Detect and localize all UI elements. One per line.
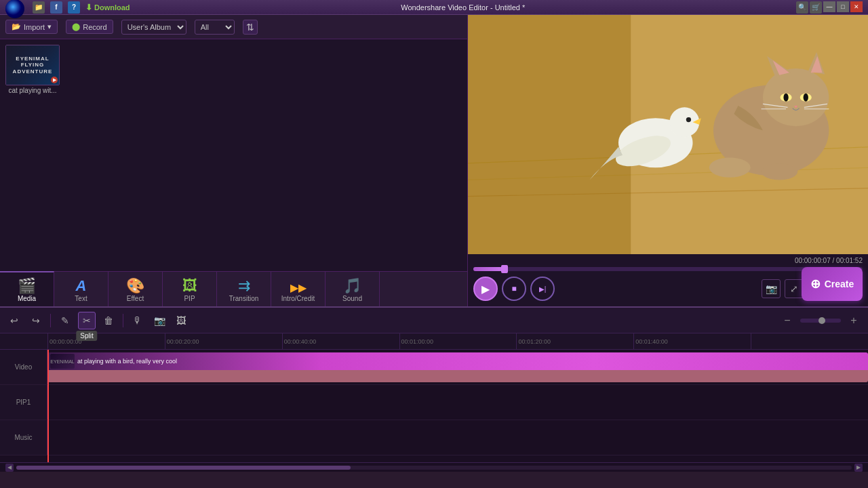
record-voiceover-button[interactable]: 🎙 bbox=[129, 312, 146, 329]
titlebar-left: 📁 f ? ⬇ Download bbox=[5, 0, 130, 17]
import-icon: 📂 bbox=[12, 22, 21, 31]
clip-top: EYENIMAL at playing with a bird, really … bbox=[47, 352, 868, 370]
edit-toolbar: ↩ ↪ ✎ ✂ Split 🗑 🎙 📷 � bbox=[0, 308, 868, 333]
timeline-ruler: 00:00:00:00 00:00:20:00 00:00:40:00 00:0… bbox=[0, 333, 868, 350]
ruler-mark-4: 00:01:20:00 bbox=[516, 333, 633, 349]
music-track-label: Music bbox=[0, 420, 47, 455]
undo-button[interactable]: ↩ bbox=[5, 312, 23, 329]
video-badge: ▶ bbox=[51, 77, 58, 83]
music-track-content[interactable] bbox=[47, 420, 868, 455]
snapshot-timeline-wrap: 📷 bbox=[151, 312, 168, 329]
pip1-track-content[interactable] bbox=[47, 385, 868, 420]
split-button[interactable]: ✂ bbox=[78, 312, 96, 329]
next-frame-button[interactable]: ▶| bbox=[530, 277, 555, 301]
tab-media[interactable]: 🎬 Media bbox=[0, 271, 54, 306]
seek-thumb[interactable] bbox=[501, 265, 508, 273]
fullscreen-button[interactable]: ⤢ bbox=[785, 279, 804, 298]
zoom-thumb[interactable] bbox=[818, 317, 825, 324]
split-tooltip: Split bbox=[76, 331, 97, 341]
snapshot-timeline-button[interactable]: 📷 bbox=[151, 312, 168, 329]
ruler-mark-2: 00:00:40:00 bbox=[282, 333, 399, 349]
ruler-mark-3: 00:01:00:00 bbox=[399, 333, 517, 349]
pip1-track-row: PIP1 bbox=[0, 385, 868, 420]
delete-button[interactable]: 🗑 bbox=[100, 312, 117, 329]
media-thumbnail: EYENIMALFLYING ADVENTURE ▶ bbox=[5, 45, 60, 85]
video-track-row: Video EYENIMAL at playing with a bird, r… bbox=[0, 350, 868, 385]
video-track-label: Video bbox=[0, 350, 47, 384]
tab-text[interactable]: A Text bbox=[54, 271, 108, 306]
tracks-container: Video EYENIMAL at playing with a bird, r… bbox=[0, 350, 868, 462]
album-select[interactable]: User's AlbumAll VideosAll Photos bbox=[121, 20, 186, 35]
timeline-scrollbar: ◀ ▶ bbox=[0, 462, 868, 472]
upper-section: 📂 Import ▾ ⬤ Record User's AlbumAll Vide… bbox=[0, 15, 868, 306]
close-button[interactable]: ✕ bbox=[850, 1, 863, 12]
record-button[interactable]: ⬤ Record bbox=[66, 20, 113, 34]
minimize-button[interactable]: — bbox=[823, 1, 835, 12]
pip-tab-icon: 🖼 bbox=[182, 279, 197, 293]
facebook-icon[interactable]: f bbox=[50, 1, 62, 14]
stop-button[interactable]: ■ bbox=[502, 277, 526, 301]
scroll-track[interactable] bbox=[16, 466, 852, 470]
media-tab-icon: 🎬 bbox=[18, 279, 36, 293]
svg-point-19 bbox=[709, 158, 751, 178]
redo-button[interactable]: ↪ bbox=[27, 312, 45, 329]
titlebar: 📁 f ? ⬇ Download Wondershare Video Edito… bbox=[0, 0, 868, 15]
search-icon[interactable]: 🔍 bbox=[796, 1, 808, 14]
split-wrap: ✂ Split bbox=[78, 312, 96, 329]
app-title: Wondershare Video Editor - Untitled * bbox=[130, 3, 796, 12]
svg-point-20 bbox=[762, 163, 798, 180]
snapshot-button[interactable]: 📷 bbox=[762, 279, 781, 298]
media-item[interactable]: EYENIMALFLYING ADVENTURE ▶ cat playing w… bbox=[5, 45, 60, 94]
app-logo bbox=[5, 0, 24, 18]
scroll-right-button[interactable]: ▶ bbox=[854, 464, 863, 472]
sticker-button[interactable]: 🖼 bbox=[172, 312, 190, 329]
zoom-out-button[interactable]: − bbox=[778, 312, 796, 329]
tab-transition[interactable]: ⇉ Transition bbox=[217, 271, 271, 306]
window-controls: 🔍 🛒 — □ ✕ bbox=[796, 1, 863, 14]
scroll-left-button[interactable]: ◀ bbox=[5, 464, 14, 472]
tab-effect[interactable]: 🎨 Effect bbox=[108, 271, 163, 306]
ruler-marks: 00:00:00:00 00:00:20:00 00:00:40:00 00:0… bbox=[47, 333, 868, 349]
tab-sound[interactable]: 🎵 Sound bbox=[326, 271, 380, 306]
separator-1 bbox=[50, 314, 51, 327]
help-icon[interactable]: ? bbox=[68, 1, 80, 14]
right-panel: 00:00:00:07 / 00:01:52 ▶ ■ ▶| 📷 ⤢ bbox=[468, 15, 868, 306]
undo-wrap: ↩ bbox=[5, 312, 23, 329]
play-button[interactable]: ▶ bbox=[473, 277, 498, 301]
svg-rect-4 bbox=[468, 15, 631, 254]
edit-button[interactable]: ✎ bbox=[56, 312, 74, 329]
video-content-svg bbox=[468, 15, 868, 254]
seek-bar-fill bbox=[473, 267, 505, 271]
maximize-button[interactable]: □ bbox=[837, 1, 849, 12]
sort-button[interactable]: ⇅ bbox=[243, 20, 258, 35]
scroll-thumb[interactable] bbox=[16, 466, 351, 470]
pip1-track-label: PIP1 bbox=[0, 385, 47, 420]
video-clip[interactable]: EYENIMAL at playing with a bird, really … bbox=[47, 352, 868, 382]
time-display: 00:00:00:07 / 00:01:52 bbox=[473, 257, 863, 264]
clip-audio-bar bbox=[47, 370, 868, 382]
clip-thumbnail: EYENIMAL bbox=[50, 354, 75, 369]
tab-intro[interactable]: ▶▶ Intro/Credit bbox=[271, 271, 326, 306]
video-track-content[interactable]: EYENIMAL at playing with a bird, really … bbox=[47, 350, 868, 384]
download-icon: ⬇ bbox=[85, 3, 92, 12]
media-item-label: cat playing wit... bbox=[5, 87, 60, 94]
import-button[interactable]: 📂 Import ▾ bbox=[5, 20, 58, 34]
tab-pip[interactable]: 🖼 PIP bbox=[163, 271, 217, 306]
media-area: EYENIMALFLYING ADVENTURE ▶ cat playing w… bbox=[0, 39, 467, 271]
ruler-mark-1: 00:00:20:00 bbox=[165, 333, 282, 349]
basket-icon[interactable]: 🛒 bbox=[810, 1, 822, 14]
sticker-wrap: 🖼 bbox=[172, 312, 190, 329]
redo-wrap: ↪ bbox=[27, 312, 45, 329]
svg-point-10 bbox=[763, 68, 829, 126]
zoom-track[interactable] bbox=[800, 319, 841, 323]
download-button[interactable]: ⬇ Download bbox=[85, 3, 130, 12]
zoom-in-button[interactable]: + bbox=[845, 312, 863, 329]
toolbar-row: 📂 Import ▾ ⬤ Record User's AlbumAll Vide… bbox=[0, 15, 467, 39]
filter-select[interactable]: AllVideoPhoto bbox=[195, 20, 235, 35]
ruler-mark-5: 00:01:40:00 bbox=[633, 333, 751, 349]
create-button[interactable]: ⊕ Create bbox=[802, 267, 863, 301]
playback-buttons: ▶ ■ ▶| bbox=[473, 277, 555, 301]
record-voiceover-wrap: 🎙 bbox=[129, 312, 146, 329]
folder-icon[interactable]: 📁 bbox=[33, 1, 45, 14]
text-tab-icon: A bbox=[76, 279, 87, 293]
